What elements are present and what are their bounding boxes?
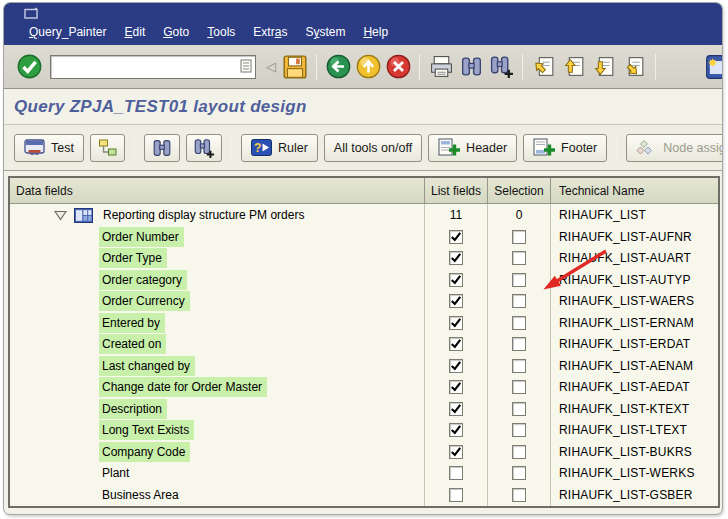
list-field-checkbox[interactable] [449, 273, 463, 287]
menu-item-goto[interactable]: Goto [154, 22, 198, 44]
field-label[interactable]: Order Currency [99, 291, 190, 311]
test-button[interactable]: Test [14, 134, 84, 162]
selection-checkbox[interactable] [512, 402, 526, 416]
root-technical-name: RIHAUFK_LIST [559, 208, 646, 222]
field-label[interactable]: Description [99, 399, 167, 419]
hierarchy-button[interactable] [90, 134, 125, 162]
save-button[interactable] [280, 52, 310, 82]
collapse-toolbar-icon[interactable]: ◁ [266, 59, 276, 74]
find-button[interactable] [456, 52, 486, 82]
find-next-button-app[interactable] [186, 134, 222, 162]
selection-checkbox[interactable] [512, 294, 526, 308]
cancel-button[interactable] [383, 52, 413, 82]
find-next-button[interactable] [486, 52, 516, 82]
list-field-checkbox[interactable] [449, 402, 463, 416]
command-history-button[interactable] [237, 57, 255, 77]
selection-checkbox[interactable] [512, 380, 526, 394]
selection-checkbox[interactable] [512, 423, 526, 437]
print-button[interactable] [426, 52, 456, 82]
technical-name: RIHAUFK_LIST-AUART [559, 251, 691, 265]
selection-checkbox[interactable] [512, 230, 526, 244]
selection-checkbox[interactable] [512, 359, 526, 373]
list-field-checkbox[interactable] [449, 423, 463, 437]
toolbar-separator [231, 134, 232, 162]
collapse-triangle-icon[interactable] [54, 210, 67, 221]
menu-item-help[interactable]: Help [354, 22, 397, 44]
enter-icon [16, 53, 43, 80]
field-label[interactable]: Business Area [99, 485, 184, 505]
list-field-checkbox[interactable] [449, 380, 463, 394]
field-label[interactable]: Long Text Exists [99, 420, 194, 440]
header-button[interactable]: Header [428, 134, 517, 162]
selection-checkbox[interactable] [512, 445, 526, 459]
selection-checkbox[interactable] [512, 251, 526, 265]
list-fields-cell [425, 420, 488, 442]
back-button[interactable] [323, 52, 353, 82]
list-fields-cell [425, 398, 488, 420]
list-field-checkbox[interactable] [449, 337, 463, 351]
standard-toolbar: ◁ [4, 45, 722, 89]
new-session-button[interactable] [705, 54, 723, 84]
menu-item-system[interactable]: System [296, 22, 354, 44]
command-history-icon [240, 59, 253, 74]
data-field-cell: Created on [10, 334, 425, 356]
list-field-checkbox[interactable] [449, 359, 463, 373]
last-page-button[interactable] [619, 52, 649, 82]
selection-count: 0 [488, 208, 550, 222]
selection-checkbox[interactable] [512, 337, 526, 351]
menu-item-edit[interactable]: Edit [116, 22, 155, 44]
field-label[interactable]: Created on [99, 334, 166, 354]
menu-bar-items: Query_PainterEditGotoToolsExtrasSystemHe… [20, 22, 397, 44]
first-page-button[interactable] [529, 52, 559, 82]
page-down-icon [592, 54, 617, 79]
selection-checkbox[interactable] [512, 316, 526, 330]
selection-checkbox[interactable] [512, 466, 526, 480]
field-label[interactable]: Change date for Order Master [99, 377, 267, 397]
selection-cell [488, 291, 551, 313]
all-tools-button[interactable]: All tools on/off [324, 134, 422, 162]
technical-name: RIHAUFK_LIST-AEDAT [559, 380, 690, 394]
technical-name-cell: RIHAUFK_LIST-AUTYP [551, 269, 718, 291]
field-label[interactable]: Order Number [99, 227, 184, 247]
footer-button[interactable]: Footer [523, 134, 607, 162]
page-up-button[interactable] [559, 52, 589, 82]
node-assignment-button[interactable]: Node assig [626, 134, 722, 162]
find-button-app[interactable] [144, 134, 180, 162]
menu-item-query-painter[interactable]: Query_Painter [20, 22, 116, 44]
field-label[interactable]: Entered by [99, 313, 165, 333]
save-icon [282, 54, 308, 80]
footer-button-label: Footer [561, 141, 597, 155]
list-field-checkbox[interactable] [449, 466, 463, 480]
table-row: Business AreaRIHAUFK_LIST-GSBER [10, 484, 718, 506]
find-icon [151, 137, 173, 159]
field-label[interactable]: Last changed by [99, 356, 195, 376]
list-field-checkbox[interactable] [449, 230, 463, 244]
enter-button[interactable] [14, 52, 44, 82]
find-icon [459, 54, 484, 79]
technical-name: RIHAUFK_LIST-WAERS [559, 294, 694, 308]
technical-name: RIHAUFK_LIST-LTEXT [559, 423, 687, 437]
field-label[interactable]: Plant [99, 463, 134, 483]
screenshot-root: Query_PainterEditGotoToolsExtrasSystemHe… [0, 0, 728, 519]
selection-checkbox[interactable] [512, 273, 526, 287]
list-field-checkbox[interactable] [449, 488, 463, 502]
technical-name-cell: RIHAUFK_LIST-AENAM [551, 355, 718, 377]
data-field-cell: Last changed by [10, 355, 425, 377]
field-label[interactable]: Order Type [99, 248, 167, 268]
field-label[interactable]: Order category [99, 270, 187, 290]
selection-checkbox[interactable] [512, 488, 526, 502]
menu-item-tools[interactable]: Tools [198, 22, 244, 44]
page-down-button[interactable] [589, 52, 619, 82]
list-field-checkbox[interactable] [449, 294, 463, 308]
exit-button[interactable] [353, 52, 383, 82]
list-field-checkbox[interactable] [449, 251, 463, 265]
cancel-icon [385, 53, 412, 80]
root-row-label[interactable]: Reporting display structure PM orders [100, 205, 309, 225]
field-label[interactable]: Company Code [99, 442, 190, 462]
list-field-checkbox[interactable] [449, 445, 463, 459]
list-field-checkbox[interactable] [449, 316, 463, 330]
table-body: Order NumberRIHAUFK_LIST-AUFNROrder Type… [10, 226, 718, 506]
ruler-button[interactable]: ? Ruler [241, 134, 318, 162]
command-input[interactable] [51, 57, 237, 77]
menu-item-extras[interactable]: Extras [244, 22, 296, 44]
